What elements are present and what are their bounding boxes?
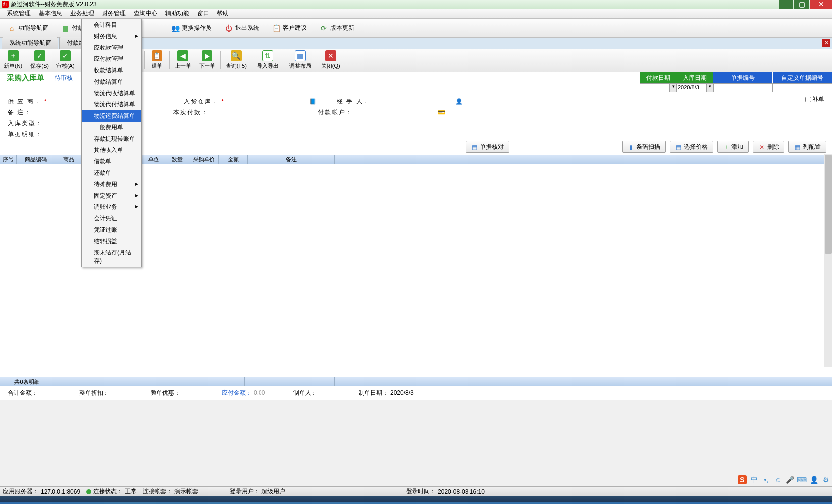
menu-item-receivable[interactable]: 应收款管理 [82,42,141,53]
menu-item-voucher[interactable]: 会计凭证 [82,213,141,224]
pay-input[interactable] [211,108,290,116]
col-remark[interactable]: 备注 [248,155,335,164]
tab-close-button[interactable]: ✕ [822,39,830,47]
menu-item-voucher-post[interactable]: 凭证过账 [82,224,141,236]
new-doc-button[interactable]: ＋新单(N) [0,50,26,71]
col-qty[interactable]: 数量 [165,155,189,164]
menu-item-finance-info[interactable]: 财务信息▸ [82,31,141,42]
tool-update[interactable]: ⟳ 版本更新 [315,21,359,35]
load-doc-button[interactable]: 📋调单 [146,50,168,71]
menubar: 系统管理 基本信息 业务处理 财务管理 查询中心 辅助功能 窗口 帮助 [0,9,832,19]
menu-item-general-expense[interactable]: 一般费用单 [82,122,141,133]
indate-input[interactable]: 2020/8/3 [676,83,706,92]
col-price[interactable]: 采购单价 [189,155,219,164]
handler-label: 经 手 人： [337,98,370,106]
menu-system[interactable]: 系统管理 [3,8,35,19]
menu-business[interactable]: 业务处理 [66,8,98,19]
menu-baseinfo[interactable]: 基本信息 [35,8,66,19]
minimize-button[interactable]: — [779,0,793,9]
menu-item-carry-over[interactable]: 结转损益 [82,236,141,247]
settings-icon[interactable]: ⚙ [821,475,830,484]
menu-item-payable[interactable]: 应付款管理 [82,53,141,65]
handler-input[interactable] [373,98,452,105]
makedate-value: 2020/8/3 [390,389,414,396]
menu-item-logistics-freight[interactable]: 物流运费结算单 [82,110,141,122]
import-export-button[interactable]: ⇅导入导出 [253,50,283,71]
col-product[interactable]: 商品 [54,155,83,164]
card-icon[interactable]: 💳 [438,109,445,116]
menu-item-payment-settle[interactable]: 付款结算单 [82,76,141,88]
col-amount[interactable]: 金额 [219,155,248,164]
menu-item-receipt-settle[interactable]: 收款结算单 [82,65,141,76]
keyboard-icon[interactable]: ⌨ [797,475,806,484]
audit-button[interactable]: ✓审核(A) [52,50,79,71]
query-button[interactable]: 🔍查询(F5) [222,50,251,71]
menu-item-adjust[interactable]: 调账业务▸ [82,202,141,213]
tool-switch-user[interactable]: 👥 更换操作员 [166,21,216,35]
statusbar: 应用服务器：127.0.0.1:8069 连接状态：正常 连接帐套：演示帐套 登… [0,486,832,496]
punct-icon[interactable]: •, [762,475,771,484]
list-icon: ▤ [675,144,682,151]
custom-docno-input[interactable] [773,83,832,92]
select-price-button[interactable]: ▤选择价格 [670,141,713,153]
save-button[interactable]: ✓保存(S) [26,50,52,71]
close-button[interactable]: ✕ [810,0,832,9]
sogou-icon[interactable]: S [738,475,747,484]
menu-item-logistics-receipt[interactable]: 物流代收结算单 [82,88,141,99]
indate-picker-button[interactable]: ▾ [706,83,713,92]
warehouse-input[interactable] [227,98,306,105]
menu-item-loan[interactable]: 借款单 [82,156,141,167]
menu-help[interactable]: 帮助 [213,8,233,19]
account-input[interactable] [356,108,435,116]
menu-item-other-income[interactable]: 其他收入单 [82,145,141,156]
person-icon[interactable]: 👤 [809,475,818,484]
coupon-value[interactable] [182,389,207,396]
menu-item-accounting-subject[interactable]: 会计科目 [82,19,141,31]
paydate-picker-button[interactable]: ▾ [670,83,676,92]
docno-input[interactable] [713,83,773,92]
prev-doc-button[interactable]: ◀上一单 [171,50,195,71]
mic-icon[interactable]: 🎤 [785,475,794,484]
tool-exit[interactable]: ⏻ 退出系统 [220,21,263,35]
taskbar[interactable] [0,496,832,504]
check-doc-button[interactable]: ▤单据核对 [466,141,509,153]
emoji-icon[interactable]: ☺ [774,475,782,484]
tab-nav[interactable]: 系统功能导航窗 [2,37,58,49]
add-row-button[interactable]: ＋添加 [717,141,749,153]
chevron-right-icon: ▸ [135,180,138,187]
col-code[interactable]: 商品编码 [17,155,54,164]
close-doc-button[interactable]: ✕关闭(Q) [317,50,344,71]
supplement-checkbox[interactable]: 补单 [805,95,824,103]
maximize-button[interactable]: ▢ [794,0,809,9]
export-icon: ⇅ [262,50,273,61]
menu-item-logistics-payment[interactable]: 物流代付结算单 [82,99,141,110]
menu-item-prepaid[interactable]: 待摊费用▸ [82,179,141,190]
chinese-icon[interactable]: 中 [750,475,759,484]
menu-finance[interactable]: 财务管理 [98,8,130,19]
menu-item-period-close[interactable]: 期末结存(月结存) [82,247,141,267]
col-unit[interactable]: 单位 [142,155,165,164]
col-seq[interactable]: 序号 [0,155,17,164]
next-doc-button[interactable]: ▶下一单 [195,50,219,71]
menu-item-fixed-assets[interactable]: 固定资产▸ [82,190,141,202]
menu-window[interactable]: 窗口 [193,8,213,19]
vertical-scrollbar[interactable] [824,154,832,367]
tool-feedback[interactable]: 📋 客户建议 [267,21,311,35]
tool-nav[interactable]: ⌂ 功能导航窗 [3,21,52,35]
column-config-button[interactable]: ▦列配置 [788,141,826,153]
layout-button[interactable]: ▦调整布局 [285,50,315,71]
home-icon: ⌂ [7,24,16,33]
menu-aux[interactable]: 辅助功能 [161,8,193,19]
paydate-input[interactable] [640,83,670,92]
delete-row-button[interactable]: ✕删除 [753,141,784,153]
check-icon: ✓ [60,50,71,61]
discount-value[interactable] [111,389,136,396]
grid-icon: ▦ [295,50,306,61]
detail-label: 单据明细： [8,130,43,139]
barcode-button[interactable]: ▮条码扫描 [622,141,666,153]
menu-query[interactable]: 查询中心 [130,8,161,19]
menu-item-deposit-transfer[interactable]: 存款提现转账单 [82,133,141,145]
book-icon[interactable]: 📘 [309,98,316,105]
menu-item-repay[interactable]: 还款单 [82,167,141,179]
person-icon[interactable]: 👤 [455,98,462,105]
